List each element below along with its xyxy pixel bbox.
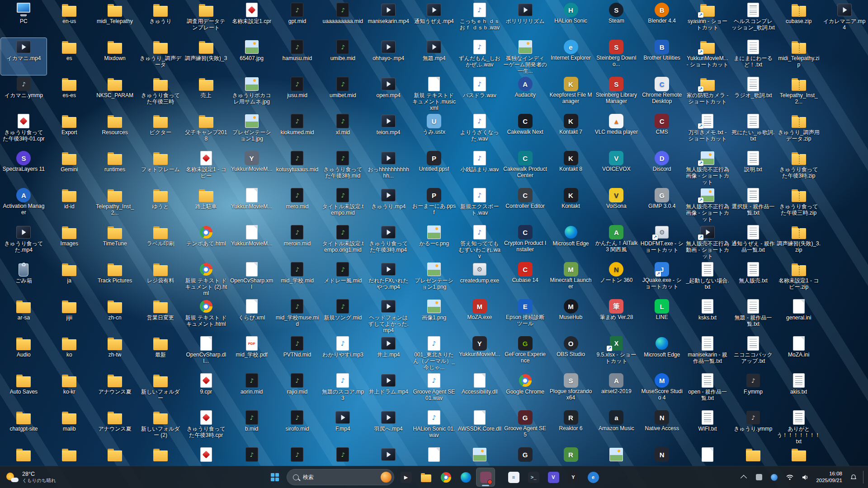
desktop-icon[interactable]: 調査用データテンプレート <box>183 1 229 38</box>
desktop-icon[interactable]: ▲VLC media player <box>594 112 639 149</box>
desktop-icon[interactable]: YukkuriMovieM... <box>229 186 274 223</box>
desktop-icon[interactable]: 001_東北きりたん（ノーマル）_今じゃ... <box>411 334 457 371</box>
desktop-icon[interactable]: PVTNd.mid <box>274 334 320 371</box>
tray-app-icon[interactable] <box>751 469 766 486</box>
desktop-icon[interactable]: 営業日変更 <box>138 297 184 334</box>
desktop-icon[interactable]: DDiscord <box>639 149 685 186</box>
show-desktop-button[interactable] <box>863 471 866 484</box>
desktop-icon[interactable]: cubase.zip <box>776 1 821 38</box>
taskbar-file-explorer-icon[interactable] <box>416 468 435 487</box>
desktop-icon[interactable]: Auto Saves <box>1 371 47 408</box>
desktop-icon[interactable]: ラベル印刷 <box>138 223 184 260</box>
desktop-icon[interactable]: YYukkuriMovieM... <box>457 334 502 371</box>
desktop-icon[interactable]: KKontakt 8 <box>548 149 594 186</box>
taskbar-ymm4-icon[interactable]: Y <box>564 468 583 487</box>
desktop-icon[interactable]: Nノートン 360 <box>594 260 639 297</box>
desktop-icon[interactable]: Microsoft Edge <box>639 334 685 371</box>
desktop-icon[interactable]: 売上 <box>183 75 229 112</box>
desktop-icon[interactable]: CCakewalk Product Center <box>502 149 548 186</box>
desktop-icon[interactable]: 調声練習(失敗)_3 <box>183 38 229 75</box>
desktop-icon[interactable] <box>138 446 184 466</box>
desktop-icon[interactable]: ヘルスコンプレッション_歌詞.txt <box>730 1 776 38</box>
taskbar-clock[interactable]: 16:08 2025/09/21 <box>813 470 845 484</box>
desktop-icon[interactable]: ↗無人販売不正行為画像 - ショートカット <box>685 186 731 223</box>
desktop-icon[interactable]: jijii <box>47 297 92 334</box>
desktop-icon[interactable]: CCubase 14 <box>502 260 548 297</box>
desktop-icon[interactable]: きゅうりボカコレ用サムネ.jpg <box>229 75 274 112</box>
desktop-icon[interactable]: ↗無人販売不正行為動画 - ショートカット <box>685 223 731 260</box>
desktop-icon[interactable]: b.mid <box>229 408 274 446</box>
desktop-icon[interactable]: KKontakt <box>548 186 594 223</box>
desktop-icon[interactable]: F.mp4 <box>320 408 366 446</box>
desktop-icon[interactable]: Resources <box>92 112 138 149</box>
desktop-icon[interactable]: ラジオ_歌詞.txt <box>730 75 776 112</box>
desktop-icon[interactable]: OpenCvSharp.xml <box>229 260 274 297</box>
desktop-icon[interactable]: es-es <box>47 75 92 112</box>
desktop-icon[interactable]: 筆筆まめ Ver.28 <box>594 297 639 334</box>
desktop-icon[interactable]: きゅうり.ymmp <box>730 408 776 446</box>
desktop-icon[interactable]: Mixdown <box>92 38 138 75</box>
desktop-icon[interactable]: ポリリリリズム <box>502 1 548 38</box>
taskbar-edge-e-icon[interactable]: e <box>584 468 603 487</box>
desktop-icon[interactable]: レジ袋有料 <box>138 260 184 297</box>
desktop-icon[interactable]: TimeTune <box>92 223 138 260</box>
desktop-icon[interactable]: ビクター <box>138 112 184 149</box>
desktop-icon[interactable]: きゅうり食ってた午後3時.mid <box>320 149 366 186</box>
desktop-icon[interactable]: ニコニコバックアップ.txt <box>730 334 776 371</box>
taskbar-media-player-icon[interactable]: ▶ <box>396 468 415 487</box>
desktop-icon[interactable]: 新規エクスポート.wav <box>457 186 502 223</box>
desktop-icon[interactable] <box>1 446 47 466</box>
desktop-icon[interactable] <box>229 446 274 466</box>
desktop-icon[interactable]: Aかんたん！AITalk 3 関西風 <box>594 223 639 260</box>
taskbar-terminal-icon[interactable]: >_ <box>524 468 543 487</box>
desktop-icon[interactable]: ko <box>47 334 92 371</box>
desktop-icon[interactable]: aorin.mid <box>229 371 274 408</box>
volume-icon[interactable] <box>797 469 812 486</box>
desktop-icon[interactable]: es <box>47 38 92 75</box>
desktop-icon[interactable]: ar-sa <box>1 297 47 334</box>
desktop-icon[interactable]: Microsoft Edge <box>548 223 594 260</box>
desktop-icon[interactable]: mid_学校.pdf <box>229 334 274 371</box>
desktop-icon[interactable]: 65407.jpg <box>229 38 274 75</box>
desktop-icon[interactable]: 死にたい_ゅ歌詞.txt <box>730 112 776 149</box>
desktop-icon[interactable]: 9.cpr <box>183 371 229 408</box>
wifi-icon[interactable] <box>782 469 797 486</box>
desktop-icon[interactable]: manisekarin - 親作品一覧.txt <box>685 334 731 371</box>
desktop-icon[interactable]: VVOICEVOX <box>594 149 639 186</box>
desktop-icon[interactable]: SSteam <box>594 1 639 38</box>
desktop-icon[interactable]: F.ymmp <box>730 371 776 408</box>
desktop-icon[interactable]: きゅうり食ってた午後3時-01.cpr <box>1 112 47 149</box>
desktop-icon[interactable]: CController Editor <box>502 186 548 223</box>
weather-widget[interactable]: 28°C くもりのち晴れ <box>2 466 61 488</box>
desktop-icon[interactable]: open - 親作品一覧.txt <box>685 371 731 408</box>
desktop-icon[interactable]: 名称未設定1 - コピー.zip <box>776 260 821 297</box>
desktop-icon[interactable]: 通知うぜえ.mp4 <box>411 1 457 38</box>
desktop-icon[interactable]: MMinecraft Launcher <box>548 260 594 297</box>
desktop-icon[interactable]: WIFI.txt <box>685 408 731 446</box>
desktop-icon[interactable]: ↗syasinn - ショートカット <box>685 1 731 38</box>
desktop-icon[interactable]: xl.mid <box>320 112 366 149</box>
desktop-icon[interactable]: きゅうり_調声データ <box>138 38 184 75</box>
desktop-icon[interactable]: SSpectraLayers 11 <box>1 149 47 186</box>
desktop-icon[interactable]: rajio.mid <box>274 371 320 408</box>
desktop-icon[interactable]: 無題 - 親作品一覧.txt <box>730 297 776 334</box>
desktop-icon[interactable]: 新しいフォルダー (2) <box>138 408 184 446</box>
desktop-icon[interactable]: SPlogue sforzando x64 <box>548 371 594 408</box>
desktop-icon[interactable]: VVoiSona <box>594 186 639 223</box>
desktop-icon[interactable]: バスドラ.wav <box>457 75 502 112</box>
desktop-icon[interactable]: Images <box>47 223 92 260</box>
desktop-icon[interactable] <box>457 446 502 466</box>
desktop-icon[interactable]: プレゼンテーション1.png <box>411 260 457 297</box>
desktop-icon[interactable]: Telepathy_Inst_2... <box>92 186 138 223</box>
desktop-icon[interactable]: GGIMP 3.0.4 <box>639 186 685 223</box>
desktop-icon[interactable] <box>92 446 138 466</box>
desktop-icon[interactable]: mid_学校muse.mid <box>274 297 320 334</box>
desktop-icon[interactable]: きゅうり食ってた午後三時.zip <box>776 186 821 223</box>
desktop-icon[interactable]: SSteinberg Downlo... <box>594 38 639 75</box>
desktop-icon[interactable]: Aairset2-2019 <box>594 371 639 408</box>
desktop-icon[interactable]: おっhhhhhhhhhhhh... <box>366 149 411 186</box>
desktop-icon[interactable]: J↗JQuake.exe - ショートカット <box>639 260 685 297</box>
desktop-icon[interactable]: メドレー風.mid <box>320 260 366 297</box>
desktop-icon[interactable]: CChrome Remote Desktop <box>639 75 685 112</box>
desktop-icon[interactable]: general.ini <box>776 297 821 334</box>
